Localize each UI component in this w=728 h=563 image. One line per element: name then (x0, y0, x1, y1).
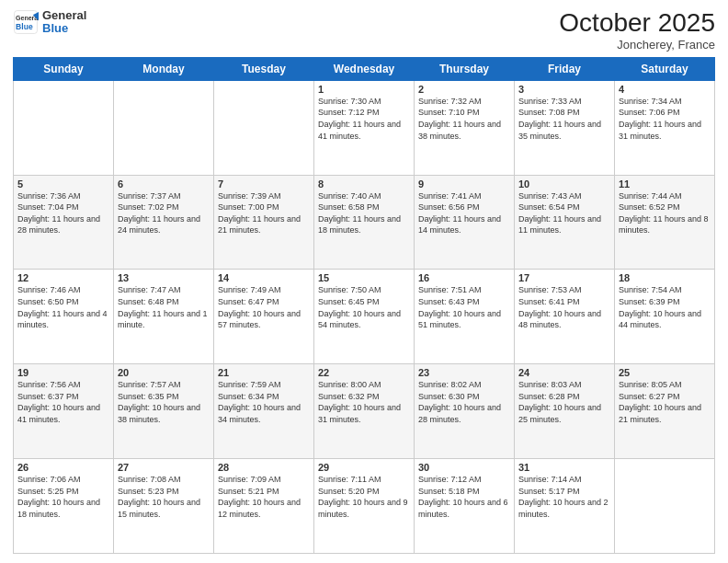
day-info-2-5: Sunrise: 7:53 AM Sunset: 6:41 PM Dayligh… (518, 284, 610, 330)
week-row-3: 19Sunrise: 7:56 AM Sunset: 6:37 PM Dayli… (14, 364, 715, 459)
week-row-4: 26Sunrise: 7:06 AM Sunset: 5:25 PM Dayli… (14, 459, 715, 554)
location: Joncherey, France (559, 38, 715, 52)
day-info-1-2: Sunrise: 7:39 AM Sunset: 7:00 PM Dayligh… (218, 190, 310, 236)
day-cell-4-1: 27Sunrise: 7:08 AM Sunset: 5:23 PM Dayli… (114, 459, 214, 554)
day-info-3-2: Sunrise: 7:59 AM Sunset: 6:34 PM Dayligh… (218, 379, 310, 425)
day-number-2-2: 14 (218, 272, 310, 283)
svg-text:Blue: Blue (16, 22, 33, 31)
day-info-2-1: Sunrise: 7:47 AM Sunset: 6:48 PM Dayligh… (118, 284, 210, 330)
day-info-0-3: Sunrise: 7:30 AM Sunset: 7:12 PM Dayligh… (318, 96, 410, 142)
day-number-3-0: 19 (17, 367, 109, 378)
day-cell-2-2: 14Sunrise: 7:49 AM Sunset: 6:47 PM Dayli… (214, 270, 314, 364)
logo-general-text: General (42, 9, 86, 22)
day-info-4-2: Sunrise: 7:09 AM Sunset: 5:21 PM Dayligh… (218, 474, 310, 520)
day-number-1-3: 8 (318, 178, 410, 190)
day-info-2-3: Sunrise: 7:50 AM Sunset: 6:45 PM Dayligh… (318, 284, 410, 330)
day-cell-0-6: 4Sunrise: 7:34 AM Sunset: 7:06 PM Daylig… (615, 80, 715, 175)
day-cell-2-1: 13Sunrise: 7:47 AM Sunset: 6:48 PM Dayli… (114, 270, 214, 364)
day-number-3-2: 21 (218, 367, 310, 378)
title-block: October 2025 Joncherey, France (559, 9, 715, 52)
day-info-1-5: Sunrise: 7:43 AM Sunset: 6:54 PM Dayligh… (518, 190, 610, 236)
day-cell-3-3: 22Sunrise: 8:00 AM Sunset: 6:32 PM Dayli… (314, 364, 415, 459)
day-info-1-3: Sunrise: 7:40 AM Sunset: 6:58 PM Dayligh… (318, 190, 410, 236)
day-cell-0-3: 1Sunrise: 7:30 AM Sunset: 7:12 PM Daylig… (314, 80, 415, 175)
day-number-3-5: 24 (518, 367, 610, 378)
day-cell-3-5: 24Sunrise: 8:03 AM Sunset: 6:28 PM Dayli… (515, 364, 615, 459)
day-number-1-5: 10 (518, 178, 610, 190)
day-cell-2-4: 16Sunrise: 7:51 AM Sunset: 6:43 PM Dayli… (415, 270, 515, 364)
day-info-3-4: Sunrise: 8:02 AM Sunset: 6:30 PM Dayligh… (418, 379, 510, 425)
day-info-3-6: Sunrise: 8:05 AM Sunset: 6:27 PM Dayligh… (619, 379, 711, 425)
header-monday: Monday (114, 57, 214, 80)
day-number-1-2: 7 (218, 178, 310, 190)
header-thursday: Thursday (415, 57, 515, 80)
day-number-0-6: 4 (619, 84, 711, 95)
day-cell-3-1: 20Sunrise: 7:57 AM Sunset: 6:35 PM Dayli… (114, 364, 214, 459)
day-info-0-5: Sunrise: 7:33 AM Sunset: 7:08 PM Dayligh… (518, 96, 610, 142)
day-info-0-6: Sunrise: 7:34 AM Sunset: 7:06 PM Dayligh… (619, 96, 711, 142)
day-cell-2-5: 17Sunrise: 7:53 AM Sunset: 6:41 PM Dayli… (515, 270, 615, 364)
day-cell-3-6: 25Sunrise: 8:05 AM Sunset: 6:27 PM Dayli… (615, 364, 715, 459)
day-cell-4-0: 26Sunrise: 7:06 AM Sunset: 5:25 PM Dayli… (14, 459, 114, 554)
day-number-3-6: 25 (619, 367, 711, 378)
day-cell-4-5: 31Sunrise: 7:14 AM Sunset: 5:17 PM Dayli… (515, 459, 615, 554)
logo: General Blue General Blue (13, 9, 86, 36)
header-wednesday: Wednesday (314, 57, 415, 80)
day-cell-3-2: 21Sunrise: 7:59 AM Sunset: 6:34 PM Dayli… (214, 364, 314, 459)
day-number-2-6: 18 (619, 272, 711, 283)
day-info-2-2: Sunrise: 7:49 AM Sunset: 6:47 PM Dayligh… (218, 284, 310, 330)
day-cell-1-2: 7Sunrise: 7:39 AM Sunset: 7:00 PM Daylig… (214, 175, 314, 270)
day-cell-2-0: 12Sunrise: 7:46 AM Sunset: 6:50 PM Dayli… (14, 270, 114, 364)
day-cell-1-5: 10Sunrise: 7:43 AM Sunset: 6:54 PM Dayli… (515, 175, 615, 270)
day-info-1-0: Sunrise: 7:36 AM Sunset: 7:04 PM Dayligh… (17, 190, 109, 236)
day-cell-0-5: 3Sunrise: 7:33 AM Sunset: 7:08 PM Daylig… (515, 80, 615, 175)
day-number-4-5: 31 (518, 462, 610, 473)
day-info-4-0: Sunrise: 7:06 AM Sunset: 5:25 PM Dayligh… (17, 474, 109, 520)
day-number-1-4: 9 (418, 178, 510, 190)
day-number-0-5: 3 (518, 84, 610, 95)
day-number-2-4: 16 (418, 272, 510, 283)
weekday-header-row: Sunday Monday Tuesday Wednesday Thursday… (14, 57, 715, 80)
day-cell-0-4: 2Sunrise: 7:32 AM Sunset: 7:10 PM Daylig… (415, 80, 515, 175)
day-info-0-4: Sunrise: 7:32 AM Sunset: 7:10 PM Dayligh… (418, 96, 510, 142)
day-info-3-0: Sunrise: 7:56 AM Sunset: 6:37 PM Dayligh… (17, 379, 109, 425)
day-info-4-4: Sunrise: 7:12 AM Sunset: 5:18 PM Dayligh… (418, 474, 510, 520)
day-info-1-4: Sunrise: 7:41 AM Sunset: 6:56 PM Dayligh… (418, 190, 510, 236)
header-saturday: Saturday (615, 57, 715, 80)
day-info-3-1: Sunrise: 7:57 AM Sunset: 6:35 PM Dayligh… (118, 379, 210, 425)
day-cell-1-1: 6Sunrise: 7:37 AM Sunset: 7:02 PM Daylig… (114, 175, 214, 270)
day-number-1-1: 6 (118, 178, 210, 190)
day-info-2-4: Sunrise: 7:51 AM Sunset: 6:43 PM Dayligh… (418, 284, 510, 330)
day-info-4-3: Sunrise: 7:11 AM Sunset: 5:20 PM Dayligh… (318, 474, 410, 520)
day-number-1-6: 11 (619, 178, 711, 190)
day-info-4-5: Sunrise: 7:14 AM Sunset: 5:17 PM Dayligh… (518, 474, 610, 520)
calendar: Sunday Monday Tuesday Wednesday Thursday… (13, 57, 715, 554)
header: General Blue General Blue October 2025 J… (13, 9, 715, 52)
day-cell-3-4: 23Sunrise: 8:02 AM Sunset: 6:30 PM Dayli… (415, 364, 515, 459)
logo-icon: General Blue (13, 9, 39, 35)
day-info-3-5: Sunrise: 8:03 AM Sunset: 6:28 PM Dayligh… (518, 379, 610, 425)
day-cell-4-4: 30Sunrise: 7:12 AM Sunset: 5:18 PM Dayli… (415, 459, 515, 554)
day-info-2-0: Sunrise: 7:46 AM Sunset: 6:50 PM Dayligh… (17, 284, 109, 330)
day-cell-2-6: 18Sunrise: 7:54 AM Sunset: 6:39 PM Dayli… (615, 270, 715, 364)
header-sunday: Sunday (14, 57, 114, 80)
day-info-1-1: Sunrise: 7:37 AM Sunset: 7:02 PM Dayligh… (118, 190, 210, 236)
week-row-2: 12Sunrise: 7:46 AM Sunset: 6:50 PM Dayli… (14, 270, 715, 364)
day-number-2-1: 13 (118, 272, 210, 283)
day-cell-2-3: 15Sunrise: 7:50 AM Sunset: 6:45 PM Dayli… (314, 270, 415, 364)
header-friday: Friday (515, 57, 615, 80)
day-number-4-4: 30 (418, 462, 510, 473)
day-cell-0-0 (14, 80, 114, 175)
day-cell-1-4: 9Sunrise: 7:41 AM Sunset: 6:56 PM Daylig… (415, 175, 515, 270)
day-cell-4-2: 28Sunrise: 7:09 AM Sunset: 5:21 PM Dayli… (214, 459, 314, 554)
day-number-2-5: 17 (518, 272, 610, 283)
month-title: October 2025 (559, 9, 715, 38)
day-cell-1-0: 5Sunrise: 7:36 AM Sunset: 7:04 PM Daylig… (14, 175, 114, 270)
day-number-3-3: 22 (318, 367, 410, 378)
day-number-4-1: 27 (118, 462, 210, 473)
day-cell-1-6: 11Sunrise: 7:44 AM Sunset: 6:52 PM Dayli… (615, 175, 715, 270)
day-number-2-0: 12 (17, 272, 109, 283)
day-number-3-4: 23 (418, 367, 510, 378)
day-cell-0-2 (214, 80, 314, 175)
day-number-4-2: 28 (218, 462, 310, 473)
